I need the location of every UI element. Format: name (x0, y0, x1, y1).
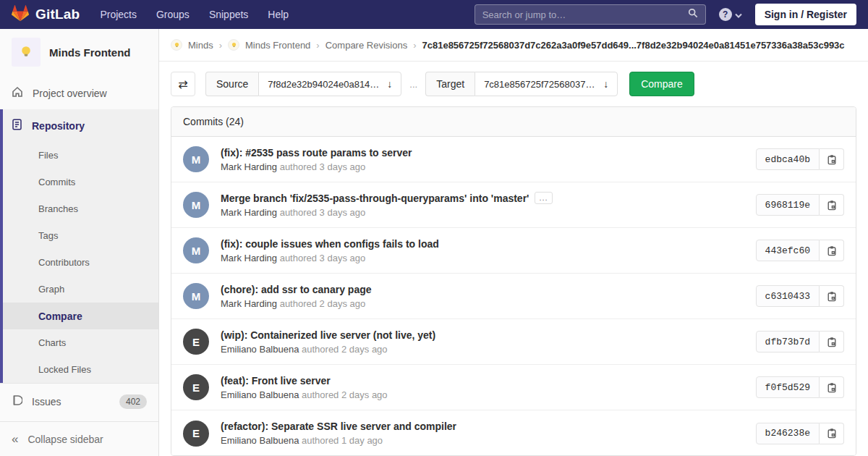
sidebar-item-tags[interactable]: Tags (0, 222, 158, 249)
commit-sha-group: 443efc60 (756, 240, 844, 261)
document-icon (12, 119, 22, 132)
avatar[interactable]: M (183, 237, 209, 263)
collapse-sidebar-button[interactable]: « Collapse sidebar (0, 421, 158, 456)
project-avatar-small (228, 39, 239, 51)
commits-panel-header: Commits (24) (171, 107, 856, 137)
commit-row: M (chore): add ssr to canary page Mark H… (171, 274, 856, 319)
copy-sha-button[interactable] (820, 285, 844, 307)
copy-sha-button[interactable] (820, 194, 844, 216)
commit-title[interactable]: (feat): Front live server (221, 375, 331, 387)
breadcrumb-page[interactable]: Compare Revisions (326, 40, 407, 51)
avatar[interactable]: M (183, 146, 209, 172)
avatar[interactable]: M (183, 192, 209, 218)
global-search[interactable] (475, 4, 706, 25)
clipboard-icon (827, 200, 837, 211)
source-ref-dropdown[interactable]: 7f8d2e32b94024e0a814… ↓ (258, 72, 401, 96)
clipboard-icon (827, 382, 837, 393)
commit-sha[interactable]: f0f5d529 (756, 376, 820, 398)
sidebar-item-branches[interactable]: Branches (0, 195, 158, 222)
commit-row: M Merge branch 'fix/2535-pass-through-qu… (171, 182, 856, 228)
commit-sha[interactable]: dfb73b7d (756, 331, 820, 352)
nav-link-help[interactable]: Help (268, 9, 289, 20)
help-dropdown[interactable]: ? (719, 8, 742, 21)
commit-author[interactable]: Emiliano Balbuena (221, 344, 299, 355)
breadcrumb-separator: › (219, 40, 222, 51)
commit-sha[interactable]: 443efc60 (756, 240, 820, 261)
nav-link-projects[interactable]: Projects (100, 9, 137, 20)
target-field-group: Target 7c81e856725f72568037… ↓ (425, 72, 618, 96)
commit-sha-group: f0f5d529 (756, 376, 844, 398)
source-ref-value: 7f8d2e32b94024e0a814… (268, 79, 379, 90)
search-input[interactable] (482, 9, 688, 20)
commit-title[interactable]: (fix): #2535 pass route params to server (221, 147, 412, 159)
commit-title[interactable]: (wip): Containerized live server (not li… (221, 329, 435, 341)
lightbulb-icon (231, 42, 237, 48)
commit-author[interactable]: Mark Harding (221, 207, 277, 218)
sidebar-item-contributors[interactable]: Contributors (0, 249, 158, 276)
breadcrumb-separator: › (413, 40, 416, 51)
copy-sha-button[interactable] (820, 148, 844, 170)
nav-link-snippets[interactable]: Snippets (209, 9, 248, 20)
commit-author[interactable]: Mark Harding (221, 298, 277, 309)
commit-title[interactable]: (refactor): Separate SSR live server and… (221, 421, 456, 432)
group-avatar (171, 39, 182, 51)
sidebar-project-header[interactable]: Minds Frontend (0, 29, 158, 77)
commit-sha-group: 6968119e (756, 194, 844, 216)
issues-count-badge: 402 (119, 394, 147, 409)
commit-author[interactable]: Mark Harding (221, 253, 277, 263)
copy-sha-button[interactable] (820, 376, 844, 398)
sidebar-item-charts[interactable]: Charts (0, 329, 158, 356)
commit-author[interactable]: Mark Harding (221, 161, 277, 172)
sidebar-item-files[interactable]: Files (0, 142, 158, 169)
toggle-commit-description-button[interactable]: ... (535, 192, 552, 204)
commit-sha[interactable]: b246238e (756, 423, 820, 444)
sidebar-item-commits[interactable]: Commits (0, 169, 158, 195)
breadcrumb-separator: › (316, 40, 319, 51)
search-icon[interactable] (688, 8, 698, 21)
breadcrumb-project[interactable]: Minds Frontend (245, 40, 310, 51)
copy-sha-button[interactable] (820, 240, 844, 261)
breadcrumb-group[interactable]: Minds (188, 40, 213, 51)
breadcrumb-current-range: 7c81e856725f72568037d7c262a3a0f9e57dd649… (422, 40, 844, 51)
commit-title[interactable]: Merge branch 'fix/2535-pass-through-quer… (221, 193, 529, 204)
target-ref-dropdown[interactable]: 7c81e856725f72568037… ↓ (475, 72, 618, 96)
question-mark-icon: ? (719, 8, 732, 21)
copy-sha-button[interactable] (820, 331, 844, 352)
project-avatar (12, 38, 41, 67)
avatar[interactable]: M (183, 283, 209, 309)
compare-ellipsis: ... (409, 79, 417, 90)
commit-row: E (wip): Containerized live server (not … (171, 319, 856, 365)
sidebar-item-graph[interactable]: Graph (0, 276, 158, 303)
commit-sha[interactable]: 6968119e (756, 194, 820, 216)
nav-link-groups[interactable]: Groups (156, 9, 190, 20)
home-icon (12, 86, 23, 100)
commit-title[interactable]: (chore): add ssr to canary page (221, 284, 372, 295)
avatar[interactable]: E (183, 421, 209, 447)
avatar[interactable]: E (183, 329, 209, 355)
copy-sha-button[interactable] (820, 423, 844, 444)
compare-button[interactable]: Compare (629, 72, 694, 96)
commit-author[interactable]: Emiliano Balbuena (221, 435, 299, 446)
source-field-group: Source 7f8d2e32b94024e0a814… ↓ (205, 72, 401, 96)
sidebar-item-compare[interactable]: Compare (0, 303, 158, 329)
commit-sha-group: c6310433 (756, 285, 844, 307)
sidebar-item-repository[interactable]: Repository (0, 109, 158, 142)
sidebar-repository-section: Repository Files Commits Branches Tags C… (0, 109, 158, 384)
avatar[interactable]: E (183, 374, 209, 400)
breadcrumb: Minds › Minds Frontend › Compare Revisio… (159, 29, 868, 62)
commit-sha[interactable]: edbca40b (756, 148, 820, 170)
commit-author[interactable]: Emiliano Balbuena (221, 389, 299, 400)
swap-revisions-button[interactable]: ⇄ (171, 72, 195, 96)
commit-authored-time: authored 3 days ago (280, 207, 366, 218)
target-label: Target (425, 72, 475, 96)
commit-title[interactable]: (fix): couple issues when configs fails … (221, 238, 439, 250)
sidebar-item-issues[interactable]: Issues 402 (0, 384, 158, 419)
sidebar-item-locked-files[interactable]: Locked Files (0, 356, 158, 383)
sign-in-register-button[interactable]: Sign in / Register (755, 4, 856, 25)
issues-icon (12, 394, 22, 408)
clipboard-icon (827, 291, 837, 302)
sidebar-item-project-overview[interactable]: Project overview (0, 77, 158, 109)
gitlab-logo-text: GitLab (35, 7, 80, 22)
commit-sha[interactable]: c6310433 (756, 285, 820, 307)
gitlab-logo[interactable]: GitLab (12, 4, 80, 25)
